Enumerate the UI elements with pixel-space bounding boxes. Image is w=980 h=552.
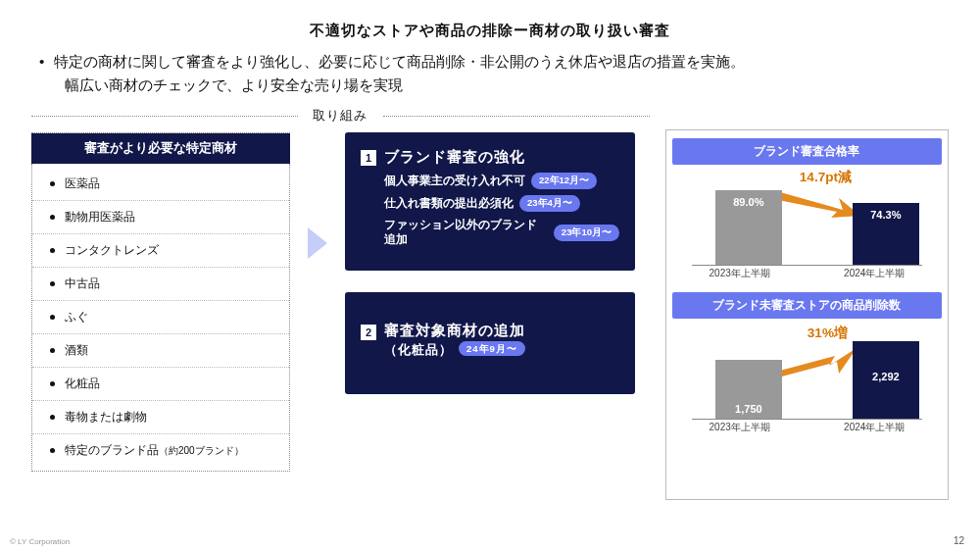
list-item: 化粧品 [32,367,289,400]
sub-item: 仕入れ書類の提出必須化23年4月〜 [384,195,619,212]
bullet-icon [50,315,55,320]
bar-2024: 2,292 [853,341,919,419]
arrow-right-icon [304,224,331,263]
arrow-up-icon [770,344,858,379]
axis-line-icon [692,265,922,266]
left-header: 審査がより必要な特定商材 [31,133,290,164]
list-item: ふぐ [32,300,289,333]
slide-root: 不適切なストアや商品の排除ー商材の取り扱い審査 •特定の商材に関して審査をより強… [0,0,980,552]
bullet-icon [50,448,55,453]
page-number: 12 [954,535,964,546]
list-item: 中古品 [32,267,289,300]
card-heading: 審査対象商材の追加 （化粧品）24年9月〜 [384,322,525,359]
divider-icon [383,116,650,117]
left-box: 審査がより必要な特定商材 医薬品 動物用医薬品 コンタクトレンズ 中古品 ふぐ … [31,132,290,472]
sub-item: 個人事業主の受け入れ不可22年12月〜 [384,173,619,189]
date-badge: 23年10月〜 [554,225,619,241]
mid-column: 1 ブランド審査の強化 個人事業主の受け入れ不可22年12月〜 仕入れ書類の提出… [345,132,635,472]
card-sublist: 個人事業主の受け入れ不可22年12月〜 仕入れ書類の提出必須化23年4月〜 ファ… [361,173,619,247]
bullet-icon: • [39,50,44,74]
list-item: 動物用医薬品 [32,200,289,233]
chart2-title: ブランド未審査ストアの商品削除数 [672,292,942,319]
lead-line-2: 幅広い商材のチェックで、より安全な売り場を実現 [39,74,941,97]
chart2-callout: 31%増 [808,325,848,342]
bullet-icon [50,248,55,253]
list-item: 毒物または劇物 [32,400,289,433]
svg-marker-0 [308,227,327,259]
date-badge: 22年12月〜 [531,173,597,189]
bar-2024: 74.3% [853,203,919,265]
chart-pass-rate: 14.7pt減 89.0% 74.3% 2023年上半期2024年上半期 [672,169,942,286]
bullet-icon [50,281,55,286]
content-row: 取り組み 審査がより必要な特定商材 医薬品 動物用医薬品 コンタクトレンズ 中古… [0,108,980,500]
bullet-icon [50,415,55,420]
chart-deletions: 31%増 1,750 2,292 2023年上半期2024年上半期 [672,323,942,440]
chart1-title: ブランド審査合格率 [672,138,942,165]
bullet-icon [50,381,55,386]
bar-2023: 89.0% [715,190,782,265]
step-number-icon: 2 [361,325,376,340]
bullet-icon [50,181,55,186]
step-number-icon: 1 [361,150,376,166]
arrow-down-icon [774,186,862,222]
date-badge: 24年9月〜 [459,341,525,356]
bullet-icon [50,348,55,353]
x-axis: 2023年上半期2024年上半期 [672,421,942,440]
bar-2023: 1,750 [715,360,782,419]
card-heading: ブランド審査の強化 [384,148,525,167]
lead-line-1: 特定の商材に関して審査をより強化し、必要に応じて商品削除・非公開のうえ休店や退店… [54,53,745,70]
list-item: コンタクトレンズ [32,233,289,267]
divider-icon [31,116,298,117]
list-item-note: （約200ブランド） [159,444,244,458]
lead-text: •特定の商材に関して審査をより強化し、必要に応じて商品削除・非公開のうえ休店や退… [0,40,980,96]
date-badge: 23年4月〜 [519,195,580,212]
initiative-columns: 審査がより必要な特定商材 医薬品 動物用医薬品 コンタクトレンズ 中古品 ふぐ … [31,132,650,472]
chart1-callout: 14.7pt減 [800,169,852,186]
left-list: 医薬品 動物用医薬品 コンタクトレンズ 中古品 ふぐ 酒類 化粧品 毒物または劇… [31,164,290,472]
list-item: 特定のブランド品（約200ブランド） [32,433,289,471]
list-item: 医薬品 [32,164,289,200]
bullet-icon [50,215,55,220]
right-column-charts: ブランド審査合格率 14.7pt減 89.0% 74.3% 2023年上半期20… [665,129,949,500]
x-axis: 2023年上半期2024年上半期 [672,267,942,286]
slide-title: 不適切なストアや商品の排除ー商材の取り扱い審査 [0,0,980,40]
list-item: 酒類 [32,333,289,367]
axis-line-icon [692,419,922,420]
initiative-section: 取り組み 審査がより必要な特定商材 医薬品 動物用医薬品 コンタクトレンズ 中古… [31,108,650,500]
left-column: 審査がより必要な特定商材 医薬品 動物用医薬品 コンタクトレンズ 中古品 ふぐ … [31,132,290,472]
footer-copyright: © LY Corporation [10,537,70,546]
svg-marker-2 [776,348,857,377]
card-add-category: 2 審査対象商材の追加 （化粧品）24年9月〜 [345,292,635,394]
card-brand-review: 1 ブランド審査の強化 個人事業主の受け入れ不可22年12月〜 仕入れ書類の提出… [345,132,635,271]
svg-marker-1 [778,192,860,218]
section-label: 取り組み [31,108,650,125]
sub-item: ファッション以外のブランド追加23年10月〜 [384,218,619,247]
